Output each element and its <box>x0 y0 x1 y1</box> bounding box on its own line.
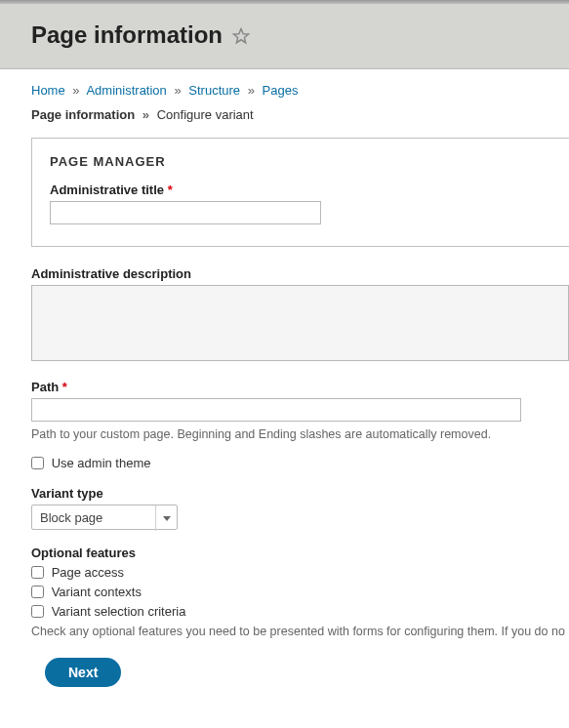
variant-selection-criteria-checkbox[interactable] <box>31 605 44 618</box>
variant-contexts-checkbox[interactable] <box>31 586 44 598</box>
page-title: Page information <box>31 21 223 49</box>
page-manager-panel: PAGE MANAGER Administrative title * <box>31 138 569 247</box>
path-label-text: Path <box>31 380 59 394</box>
subtrail-current: Page information <box>31 107 135 122</box>
path-input[interactable] <box>31 398 521 422</box>
subtrail-sep: » <box>139 107 153 122</box>
chevron-down-icon <box>155 506 177 531</box>
variant-contexts-label: Variant contexts <box>52 585 142 599</box>
breadcrumb-sep: » <box>244 83 259 98</box>
breadcrumb-link-pages[interactable]: Pages <box>263 83 299 98</box>
variant-selection-criteria-label: Variant selection criteria <box>52 604 186 619</box>
breadcrumb-link-structure[interactable]: Structure <box>188 83 240 98</box>
admin-title-label-text: Administrative title <box>50 182 164 197</box>
next-button[interactable]: Next <box>45 658 121 687</box>
page-access-checkbox[interactable] <box>31 566 44 579</box>
use-admin-theme-row: Use admin theme <box>31 455 569 470</box>
optional-row-variant-selection-criteria: Variant selection criteria <box>31 603 569 619</box>
path-help-text: Path to your custom page. Beginning and … <box>31 427 569 441</box>
variant-type-selected: Block page <box>40 510 102 525</box>
admin-title-label: Administrative title * <box>50 182 551 197</box>
breadcrumb-sep: » <box>170 83 184 98</box>
use-admin-theme-label: Use admin theme <box>52 456 151 470</box>
required-marker: * <box>168 182 173 197</box>
page-access-label: Page access <box>52 565 124 580</box>
content-area: Home » Administration » Structure » Page… <box>0 69 569 707</box>
optional-row-page-access: Page access <box>31 564 569 580</box>
optional-row-variant-contexts: Variant contexts <box>31 584 569 599</box>
use-admin-theme-checkbox[interactable] <box>31 457 44 469</box>
subtrail: Page information » Configure variant <box>31 107 569 122</box>
svg-marker-0 <box>233 29 248 43</box>
admin-desc-label: Administrative description <box>31 266 569 281</box>
required-marker: * <box>62 380 67 394</box>
optional-help-text: Check any optional features you need to … <box>31 625 569 638</box>
breadcrumb-sep: » <box>68 83 83 98</box>
variant-type-label: Variant type <box>31 486 569 501</box>
optional-features-label: Optional features <box>31 546 569 560</box>
breadcrumb: Home » Administration » Structure » Page… <box>31 83 569 98</box>
favorite-star-icon[interactable] <box>232 27 250 48</box>
breadcrumb-link-home[interactable]: Home <box>31 83 65 98</box>
svg-marker-1 <box>163 516 171 521</box>
subtrail-action: Configure variant <box>157 107 254 122</box>
variant-type-select[interactable]: Block page <box>31 505 178 530</box>
breadcrumb-link-administration[interactable]: Administration <box>86 83 166 98</box>
panel-title: PAGE MANAGER <box>50 154 551 169</box>
admin-title-input[interactable] <box>50 201 321 224</box>
header-band: Page information <box>0 4 569 69</box>
admin-desc-textarea[interactable] <box>31 285 569 361</box>
path-label: Path * <box>31 380 569 394</box>
